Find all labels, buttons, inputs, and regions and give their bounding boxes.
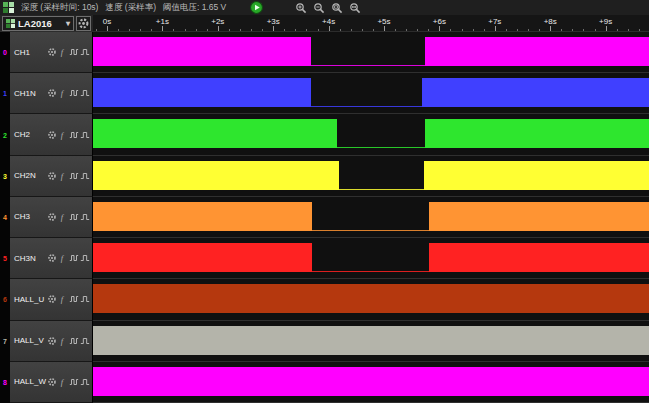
zoom-in-icon[interactable]	[295, 2, 307, 14]
ruler-major-tick	[606, 26, 607, 31]
ruler-major-tick	[162, 26, 163, 31]
channel-panel[interactable]: CH2f	[10, 114, 93, 155]
wave-icon[interactable]	[69, 88, 79, 98]
pulse-icon[interactable]	[80, 377, 90, 387]
wave-icon[interactable]	[69, 130, 79, 140]
channel-tools: f	[47, 212, 90, 222]
ruler-minor-tick	[140, 29, 141, 31]
channel-tools: f	[47, 336, 90, 346]
pulse-icon[interactable]	[80, 88, 90, 98]
ruler-major-tick	[439, 26, 440, 31]
ruler-minor-tick	[196, 29, 197, 31]
wave-icon[interactable]	[69, 47, 79, 57]
channel-index-label: 8	[0, 362, 10, 403]
ruler-minor-tick	[628, 29, 629, 31]
channel-tools: f	[47, 253, 90, 263]
channel-panel[interactable]: HALL_Vf	[10, 321, 93, 362]
waveform-lane[interactable]	[93, 73, 649, 114]
channel-panel[interactable]: CH1Nf	[10, 73, 93, 114]
frequency-icon[interactable]: f	[58, 336, 68, 346]
pulse-icon[interactable]	[80, 294, 90, 304]
channel-name-label: CH3	[14, 212, 30, 221]
pulse-icon[interactable]	[80, 47, 90, 57]
frequency-icon[interactable]: f	[58, 377, 68, 387]
pulse-icon[interactable]	[80, 336, 90, 346]
gear-icon[interactable]	[47, 47, 57, 57]
pulse-icon[interactable]	[80, 130, 90, 140]
frequency-icon[interactable]: f	[58, 88, 68, 98]
ruler-tick-label: +6s	[433, 17, 446, 26]
channel-panel[interactable]: CH3f	[10, 197, 93, 238]
channel-tools: f	[47, 88, 90, 98]
frequency-icon[interactable]: f	[58, 47, 68, 57]
ruler-minor-tick	[473, 29, 474, 31]
gear-icon[interactable]	[47, 171, 57, 181]
signal-high-band	[425, 37, 649, 66]
gear-icon[interactable]	[47, 294, 57, 304]
ruler-minor-tick	[617, 29, 618, 31]
svg-text:f: f	[61, 378, 65, 387]
channel-index-label: 4	[0, 197, 10, 238]
ruler-tick-label: +9s	[599, 17, 612, 26]
waveform-lane[interactable]	[93, 279, 649, 320]
frequency-icon[interactable]: f	[58, 171, 68, 181]
ruler-minor-tick	[284, 29, 285, 31]
waveform-lane[interactable]	[93, 362, 649, 403]
channel-row: 0CH1f	[0, 32, 649, 73]
frequency-icon[interactable]: f	[58, 294, 68, 304]
ruler-major-tick	[384, 26, 385, 31]
device-settings-button[interactable]	[76, 16, 91, 31]
channel-index-label: 2	[0, 114, 10, 155]
wave-icon[interactable]	[69, 212, 79, 222]
ruler-minor-tick	[118, 29, 119, 31]
gear-icon[interactable]	[47, 253, 57, 263]
signal-low-line	[312, 230, 429, 231]
pulse-icon[interactable]	[80, 212, 90, 222]
channel-panel[interactable]: HALL_Wf	[10, 362, 93, 403]
channel-panel[interactable]: CH2Nf	[10, 156, 93, 197]
channel-panel[interactable]: CH3Nf	[10, 238, 93, 279]
wave-icon[interactable]	[69, 336, 79, 346]
ruler-minor-tick	[185, 29, 186, 31]
frequency-icon[interactable]: f	[58, 212, 68, 222]
channel-panel[interactable]: CH1f	[10, 32, 93, 73]
frequency-icon[interactable]: f	[58, 130, 68, 140]
waveform-lane[interactable]	[93, 156, 649, 197]
ruler-tick-label: +5s	[377, 17, 390, 26]
pulse-icon[interactable]	[80, 171, 90, 181]
start-capture-button[interactable]	[250, 1, 263, 14]
waveform-lane[interactable]	[93, 32, 649, 73]
ruler-minor-tick	[561, 29, 562, 31]
zoom-fit-icon[interactable]	[349, 2, 361, 14]
waveform-lane[interactable]	[93, 197, 649, 238]
wave-icon[interactable]	[69, 253, 79, 263]
gear-icon[interactable]	[47, 377, 57, 387]
signal-high-band	[422, 78, 649, 107]
channel-panel[interactable]: HALL_Uf	[10, 279, 93, 320]
pulse-icon[interactable]	[80, 253, 90, 263]
zoom-window-icon[interactable]	[331, 2, 343, 14]
ruler-major-tick	[218, 26, 219, 31]
channel-list: 0CH1f1CH1Nf2CH2f3CH2Nf4CH3f5CH3Nf6HALL_U…	[0, 32, 649, 403]
zoom-out-icon[interactable]	[313, 2, 325, 14]
waveform-lane[interactable]	[93, 321, 649, 362]
gear-icon[interactable]	[47, 88, 57, 98]
gear-icon[interactable]	[47, 336, 57, 346]
waveform-lane[interactable]	[93, 238, 649, 279]
ruler-minor-tick	[96, 29, 97, 31]
wave-icon[interactable]	[69, 294, 79, 304]
ruler-major-tick	[550, 26, 551, 31]
ruler-minor-tick	[528, 29, 529, 31]
channel-index-label: 1	[0, 73, 10, 114]
gear-icon[interactable]	[47, 130, 57, 140]
gear-icon[interactable]	[47, 212, 57, 222]
signal-high-band	[93, 202, 312, 231]
time-ruler[interactable]: 0s+1s+2s+3s+4s+5s+6s+7s+8s+9s	[93, 15, 649, 31]
wave-icon[interactable]	[69, 377, 79, 387]
device-selector[interactable]: LA2016 ▾	[2, 16, 74, 31]
ruler-tick-label: +1s	[156, 17, 169, 26]
ruler-minor-tick	[406, 29, 407, 31]
waveform-lane[interactable]	[93, 114, 649, 155]
frequency-icon[interactable]: f	[58, 253, 68, 263]
wave-icon[interactable]	[69, 171, 79, 181]
